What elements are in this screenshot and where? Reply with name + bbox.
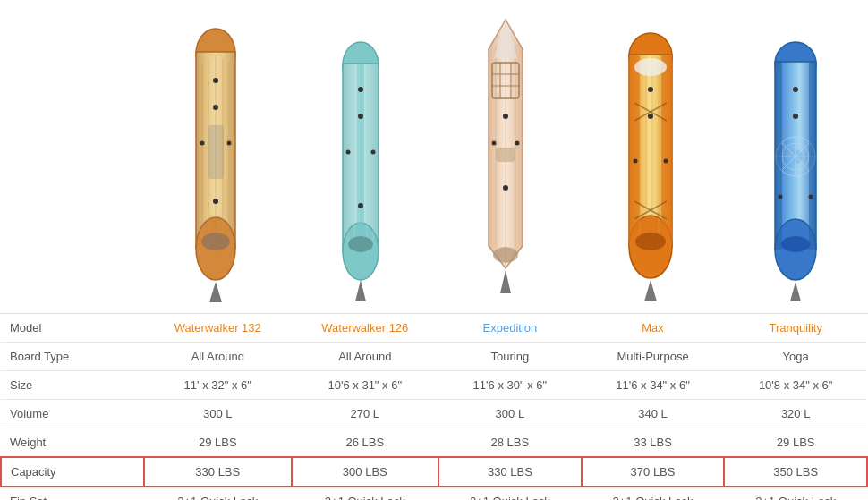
board-type-5: Yoga [724, 343, 867, 371]
svg-rect-53 [661, 55, 672, 247]
size-row: Size 11' x 32" x 6" 10'6 x 31" x 6" 11'6… [1, 371, 867, 400]
svg-point-45 [515, 141, 520, 146]
svg-point-62 [634, 58, 667, 76]
board-col-2 [288, 9, 433, 304]
svg-point-83 [779, 195, 783, 199]
board-col-1 [143, 9, 288, 304]
svg-point-44 [492, 141, 497, 146]
fin-set-3: 2+1 Quick Lock [438, 487, 582, 500]
svg-marker-86 [790, 282, 801, 301]
svg-point-30 [348, 236, 373, 252]
board-type-3: Touring [438, 343, 582, 371]
board-type-row: Board Type All Around All Around Touring… [1, 343, 867, 371]
board-col-4 [578, 9, 723, 304]
board-type-2: All Around [292, 343, 439, 371]
svg-point-66 [664, 159, 668, 164]
svg-rect-8 [208, 125, 224, 179]
model-row: Model Waterwalker 132 Waterwalker 126 Ex… [1, 314, 867, 343]
label-weight: Weight [1, 428, 144, 458]
size-4: 11'6 x 34" x 6" [582, 371, 725, 400]
capacity-3: 330 LBS [438, 457, 582, 487]
svg-point-47 [493, 247, 518, 263]
fin-set-5: 2+1 Quick Lock [724, 487, 867, 500]
svg-marker-31 [355, 280, 366, 301]
svg-point-81 [793, 87, 798, 92]
svg-point-12 [213, 105, 218, 110]
svg-point-11 [213, 78, 218, 83]
board-image-4 [606, 31, 695, 304]
board-image-3 [469, 18, 542, 304]
svg-point-29 [358, 203, 363, 208]
label-empty-header [0, 9, 143, 304]
svg-point-27 [345, 150, 350, 155]
svg-point-15 [213, 199, 218, 204]
weight-1: 29 LBS [144, 428, 292, 458]
size-3: 11'6 x 30" x 6" [438, 371, 582, 400]
svg-point-85 [781, 236, 810, 252]
label-board-type: Board Type [1, 343, 144, 371]
board-col-5 [723, 9, 868, 304]
volume-2: 270 L [292, 400, 439, 428]
comparison-data-table: Model Waterwalker 132 Waterwalker 126 Ex… [0, 314, 868, 500]
svg-point-64 [648, 114, 653, 119]
svg-rect-80 [809, 62, 816, 250]
fin-set-row: Fin Set 2+1 Quick Lock 2+1 Quick Lock 2+… [1, 487, 867, 500]
svg-point-13 [200, 141, 205, 146]
board-image-5 [751, 40, 840, 304]
model-1: Waterwalker 132 [144, 314, 292, 343]
weight-5: 29 LBS [724, 428, 867, 458]
svg-point-63 [648, 87, 653, 92]
weight-4: 33 LBS [582, 428, 725, 458]
capacity-1: 330 LBS [144, 457, 292, 487]
model-4: Max [582, 314, 725, 343]
svg-rect-42 [496, 148, 515, 162]
label-model: Model [1, 314, 144, 343]
svg-marker-10 [209, 282, 222, 302]
volume-4: 340 L [582, 400, 725, 428]
model-2: Waterwalker 126 [292, 314, 439, 343]
label-size: Size [1, 371, 144, 400]
capacity-2: 300 LBS [292, 457, 439, 487]
svg-point-25 [358, 87, 363, 92]
svg-rect-24 [357, 64, 364, 255]
svg-point-26 [358, 114, 363, 119]
svg-point-65 [634, 159, 638, 164]
weight-3: 28 LBS [438, 428, 582, 458]
label-fin-set: Fin Set [1, 487, 144, 500]
svg-point-67 [635, 233, 666, 250]
comparison-table: Model Waterwalker 132 Waterwalker 126 Ex… [0, 0, 868, 500]
label-capacity: Capacity [1, 457, 144, 487]
svg-marker-68 [644, 280, 657, 301]
board-type-1: All Around [144, 343, 292, 371]
fin-set-4: 2+1 Quick Lock [582, 487, 725, 500]
fin-set-2: 2+1 Quick Lock [292, 487, 439, 500]
svg-point-82 [793, 114, 798, 119]
svg-rect-52 [629, 55, 640, 247]
svg-point-14 [227, 141, 232, 146]
svg-point-43 [503, 114, 508, 119]
svg-point-9 [201, 233, 230, 250]
svg-point-28 [370, 150, 375, 155]
capacity-4: 370 LBS [582, 457, 725, 487]
svg-marker-48 [500, 270, 511, 293]
size-5: 10'8 x 34" x 6" [724, 371, 867, 400]
model-3: Expedition [438, 314, 582, 343]
weight-row: Weight 29 LBS 26 LBS 28 LBS 33 LBS 29 LB… [1, 428, 867, 458]
size-2: 10'6 x 31" x 6" [292, 371, 439, 400]
volume-3: 300 L [438, 400, 582, 428]
board-col-3 [433, 9, 578, 304]
capacity-5: 350 LBS [724, 457, 867, 487]
board-type-4: Multi-Purpose [582, 343, 725, 371]
capacity-row: Capacity 330 LBS 300 LBS 330 LBS 370 LBS… [1, 457, 867, 487]
label-volume: Volume [1, 400, 144, 428]
model-5: Tranquility [724, 314, 867, 343]
size-1: 11' x 32" x 6" [144, 371, 292, 400]
volume-1: 300 L [144, 400, 292, 428]
board-image-1 [175, 27, 256, 304]
svg-point-46 [503, 185, 508, 191]
svg-point-84 [809, 195, 813, 199]
volume-5: 320 L [724, 400, 867, 428]
weight-2: 26 LBS [292, 428, 439, 458]
svg-rect-79 [775, 62, 782, 250]
volume-row: Volume 300 L 270 L 300 L 340 L 320 L [1, 400, 867, 428]
